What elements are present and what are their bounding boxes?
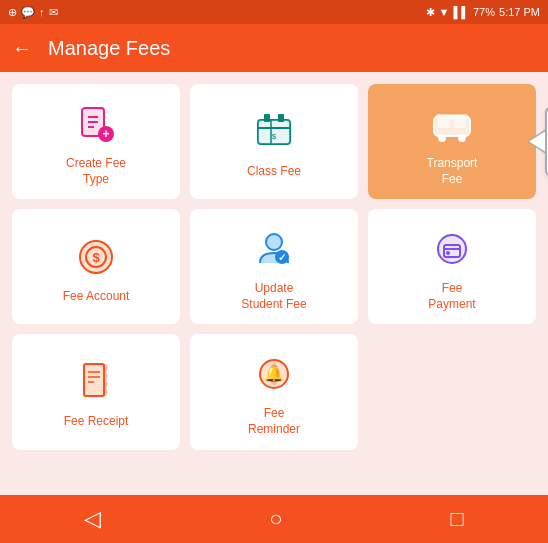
svg-text:$: $ <box>92 250 100 265</box>
svg-rect-12 <box>264 114 270 122</box>
email-icon: ✉ <box>49 6 58 19</box>
svg-rect-16 <box>438 120 450 128</box>
fee-payment-label: FeePayment <box>428 281 475 312</box>
fee-reminder-label: FeeReminder <box>248 406 300 437</box>
battery-level: 77% <box>473 6 495 18</box>
fee-account-icon: $ <box>72 233 120 281</box>
back-button[interactable]: ← <box>12 37 32 60</box>
tooltip-arrow-inner <box>529 132 545 152</box>
menu-item-fee-account[interactable]: $ Fee Account <box>12 209 180 324</box>
fee-account-label: Fee Account <box>63 289 130 305</box>
status-right: ✱ ▼ ▌▌ 77% 5:17 PM <box>426 6 540 19</box>
transport-fee-cell: TransportFee Select Transport Fee <box>368 84 536 199</box>
fee-receipt-icon <box>72 358 120 406</box>
signal-icon: ⊕ <box>8 6 17 19</box>
menu-item-update-student-fee[interactable]: ✓ UpdateStudent Fee <box>190 209 358 324</box>
svg-point-24 <box>266 234 282 250</box>
menu-item-fee-payment[interactable]: FeePayment <box>368 209 536 324</box>
tooltip-arrow <box>527 130 545 154</box>
svg-text:$: $ <box>272 132 277 141</box>
create-fee-type-label: Create FeeType <box>66 156 126 187</box>
fee-payment-icon <box>428 225 476 273</box>
transport-fee-label: TransportFee <box>427 156 478 187</box>
class-fee-label: Class Fee <box>247 164 301 180</box>
svg-text:🔔: 🔔 <box>264 364 284 383</box>
update-student-fee-icon: ✓ <box>250 225 298 273</box>
page-title: Manage Fees <box>48 37 170 60</box>
upload-icon: ↑ <box>39 6 45 18</box>
menu-item-transport-fee[interactable]: TransportFee <box>368 84 536 199</box>
signal-bars-icon: ▌▌ <box>453 6 469 18</box>
main-content: + Create FeeType $ Class Fee <box>0 72 548 495</box>
menu-item-fee-receipt[interactable]: Fee Receipt <box>12 334 180 449</box>
svg-rect-20 <box>436 114 468 120</box>
clock: 5:17 PM <box>499 6 540 18</box>
svg-rect-31 <box>84 364 104 396</box>
svg-point-30 <box>446 251 450 255</box>
bottom-nav: ◁ ○ □ <box>0 495 548 543</box>
app-bar: ← Manage Fees <box>0 24 548 72</box>
tooltip-container: Select Transport Fee <box>527 106 548 177</box>
nav-back-button[interactable]: ◁ <box>84 506 101 532</box>
menu-grid: + Create FeeType $ Class Fee <box>12 84 536 450</box>
status-left: ⊕ 💬 ↑ ✉ <box>8 6 58 19</box>
transport-fee-icon <box>428 100 476 148</box>
svg-text:+: + <box>102 127 109 141</box>
wifi-icon: ▼ <box>439 6 450 18</box>
svg-rect-13 <box>278 114 284 122</box>
svg-point-18 <box>438 134 446 142</box>
svg-text:✓: ✓ <box>278 252 286 263</box>
menu-item-create-fee-type[interactable]: + Create FeeType <box>12 84 180 199</box>
chat-icon: 💬 <box>21 6 35 19</box>
status-bar: ⊕ 💬 ↑ ✉ ✱ ▼ ▌▌ 77% 5:17 PM <box>0 0 548 24</box>
create-fee-type-icon: + <box>72 100 120 148</box>
menu-item-fee-reminder[interactable]: 🔔 FeeReminder <box>190 334 358 449</box>
class-fee-icon: $ <box>250 108 298 156</box>
svg-rect-17 <box>454 120 466 128</box>
fee-reminder-icon: 🔔 <box>250 350 298 398</box>
menu-item-class-fee[interactable]: $ Class Fee <box>190 84 358 199</box>
nav-home-button[interactable]: ○ <box>269 506 282 532</box>
fee-receipt-label: Fee Receipt <box>64 414 129 430</box>
svg-point-19 <box>458 134 466 142</box>
bluetooth-icon: ✱ <box>426 6 435 19</box>
nav-recent-button[interactable]: □ <box>451 506 464 532</box>
update-student-fee-label: UpdateStudent Fee <box>241 281 306 312</box>
